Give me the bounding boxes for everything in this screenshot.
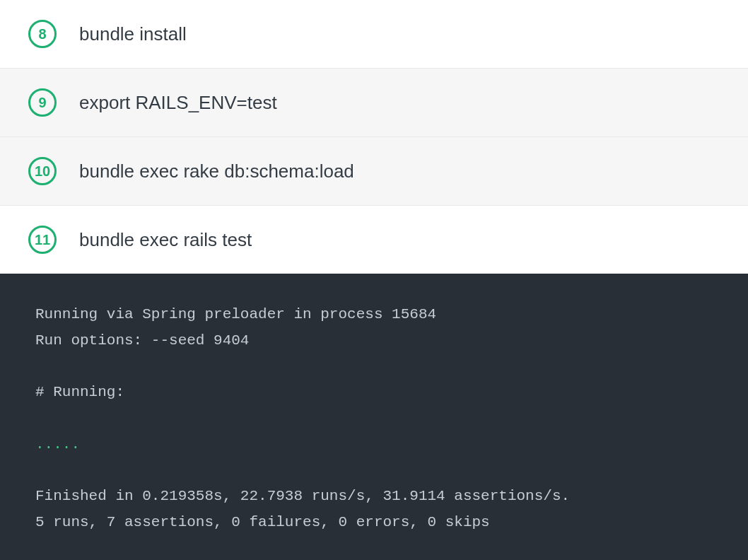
terminal-line: # Running:: [35, 384, 124, 400]
step-number-badge: 9: [28, 88, 57, 117]
step-number-badge: 8: [28, 20, 57, 48]
step-number-badge: 11: [28, 226, 57, 254]
build-step-8[interactable]: 8 bundle install: [0, 0, 748, 69]
step-number: 11: [35, 232, 50, 248]
step-number: 8: [38, 26, 46, 42]
step-number-badge: 10: [28, 157, 57, 185]
terminal-progress-dots: .....: [35, 436, 80, 453]
step-label: bundle exec rails test: [79, 229, 252, 251]
step-label: export RAILS_ENV=test: [79, 92, 277, 114]
terminal-line: Finished in 0.219358s, 22.7938 runs/s, 3…: [35, 488, 570, 504]
terminal-output: Running via Spring preloader in process …: [0, 274, 748, 560]
build-step-11[interactable]: 11 bundle exec rails test: [0, 206, 748, 274]
step-number: 10: [35, 163, 50, 180]
build-step-9[interactable]: 9 export RAILS_ENV=test: [0, 69, 748, 137]
build-step-10[interactable]: 10 bundle exec rake db:schema:load: [0, 137, 748, 206]
step-number: 9: [38, 95, 46, 111]
terminal-line: 5 runs, 7 assertions, 0 failures, 0 erro…: [35, 514, 490, 530]
terminal-line: Run options: --seed 9404: [35, 332, 249, 349]
terminal-line: Running via Spring preloader in process …: [35, 306, 436, 322]
step-label: bundle exec rake db:schema:load: [79, 161, 354, 182]
step-label: bundle install: [79, 23, 187, 45]
